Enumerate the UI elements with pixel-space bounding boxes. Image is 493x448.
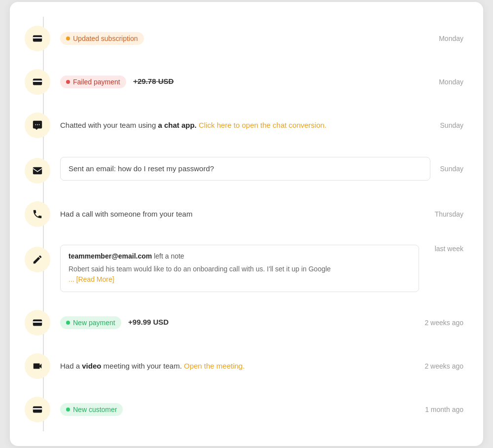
pencil-svg — [32, 254, 43, 265]
chat-content: Chatted with your team using a chat app.… — [60, 112, 463, 138]
chat-svg — [32, 120, 43, 131]
video-link[interactable]: Open the meeting. — [184, 362, 245, 370]
timeline-item-chat: Chatted with your team using a chat app.… — [25, 104, 463, 147]
timeline-item-video-meeting: Had a video meeting with your team. Open… — [25, 344, 463, 388]
timeline: Updated subscription Monday Failed payme… — [25, 17, 463, 431]
green-dot-customer — [66, 408, 70, 411]
new-payment-content: New payment +99.99 USD 2 weeks ago — [60, 310, 463, 336]
updated-subscription-body: Updated subscription — [60, 32, 429, 45]
new-customer-badge: New customer — [60, 403, 123, 416]
chat-time: Sunday — [440, 121, 463, 129]
chat-app-bold: a chat app. — [158, 121, 196, 129]
phone-icon — [25, 201, 50, 227]
video-icon — [25, 353, 50, 379]
new-payment-amount: +99.99 USD — [128, 318, 169, 326]
svg-point-4 — [35, 124, 36, 125]
video-content: Had a video meeting with your team. Open… — [60, 353, 463, 379]
note-text: Robert said his team would like to do an… — [69, 265, 331, 273]
note-author: teammember@email.com — [69, 252, 152, 260]
card-svg-2 — [32, 76, 43, 87]
timeline-item-call: Had a call with someone from your team T… — [25, 192, 463, 236]
card-svg — [32, 33, 43, 44]
email-time: Sunday — [440, 165, 463, 173]
new-customer-content: New customer 1 month ago — [60, 397, 463, 422]
svg-rect-11 — [33, 408, 42, 410]
timeline-item-new-customer: New customer 1 month ago — [25, 388, 463, 431]
failed-payment-label: Failed payment — [73, 78, 120, 86]
email-content: Sent an email: how do I reset my passwor… — [60, 156, 463, 182]
failed-payment-amount: +29.78 USD — [133, 77, 174, 85]
video-time: 2 weeks ago — [424, 362, 463, 370]
failed-payment-body: Failed payment +29.78 USD — [60, 75, 429, 88]
green-dot-payment — [66, 321, 70, 325]
timeline-item-failed-payment: Failed payment +29.78 USD Monday — [25, 60, 463, 104]
card-svg-3 — [32, 317, 43, 328]
card-icon-new-payment — [25, 310, 50, 336]
note-wrapper: teammember@email.com left a note Robert … — [60, 245, 463, 292]
updated-subscription-content: Updated subscription Monday — [60, 26, 463, 51]
new-payment-badge: New payment — [60, 316, 121, 329]
email-svg — [32, 165, 43, 176]
svg-rect-3 — [33, 80, 42, 82]
video-text: Had a video meeting with your team. Open… — [60, 362, 245, 370]
call-time: Thursday — [435, 210, 463, 218]
note-action: left a note — [152, 252, 184, 260]
new-payment-label: New payment — [73, 319, 115, 327]
new-payment-time: 2 weeks ago — [424, 319, 463, 327]
video-body: Had a video meeting with your team. Open… — [60, 362, 415, 371]
orange-dot — [66, 37, 70, 40]
new-customer-body: New customer — [60, 403, 415, 416]
call-content: Had a call with someone from your team T… — [60, 201, 463, 227]
email-icon — [25, 158, 50, 184]
timeline-item-email: Sent an email: how do I reset my passwor… — [25, 147, 463, 192]
note-header: teammember@email.com left a note — [69, 252, 411, 260]
chat-link[interactable]: Click here to open the chat conversion. — [199, 121, 326, 129]
read-more-link[interactable]: ... [Read More] — [69, 275, 114, 283]
card-icon-updated-subscription — [25, 26, 50, 51]
red-dot — [66, 80, 70, 84]
video-bold: video — [82, 362, 101, 370]
note-body: Robert said his team would like to do an… — [69, 264, 411, 285]
note-time: last week — [435, 245, 463, 253]
svg-rect-9 — [33, 321, 42, 323]
new-customer-label: New customer — [73, 406, 117, 413]
pencil-icon — [25, 247, 50, 272]
failed-payment-content: Failed payment +29.78 USD Monday — [60, 69, 463, 95]
card-icon-failed-payment — [25, 69, 50, 95]
new-payment-body: New payment +99.99 USD — [60, 316, 415, 329]
svg-point-5 — [37, 124, 38, 125]
failed-payment-time: Monday — [439, 78, 463, 86]
failed-payment-badge: Failed payment — [60, 75, 126, 88]
svg-rect-7 — [33, 167, 42, 175]
svg-point-6 — [39, 124, 40, 125]
updated-subscription-time: Monday — [439, 35, 463, 42]
timeline-item-note: teammember@email.com left a note Robert … — [25, 236, 463, 301]
card-icon-new-customer — [25, 397, 50, 422]
phone-svg — [32, 209, 43, 220]
chat-icon — [25, 112, 50, 138]
chat-body: Chatted with your team using a chat app.… — [60, 121, 430, 130]
new-customer-time: 1 month ago — [425, 406, 463, 413]
card-svg-4 — [32, 404, 43, 415]
note-content: teammember@email.com left a note Robert … — [60, 245, 463, 292]
note-box: teammember@email.com left a note Robert … — [60, 245, 419, 292]
timeline-item-new-payment: New payment +99.99 USD 2 weeks ago — [25, 301, 463, 344]
call-text: Had a call with someone from your team — [60, 210, 192, 218]
updated-subscription-badge: Updated subscription — [60, 32, 144, 45]
video-svg — [32, 361, 43, 372]
updated-subscription-label: Updated subscription — [73, 35, 138, 42]
timeline-card: Updated subscription Monday Failed payme… — [10, 2, 483, 446]
timeline-item-updated-subscription: Updated subscription Monday — [25, 17, 463, 60]
email-box: Sent an email: how do I reset my passwor… — [60, 157, 430, 181]
chat-text: Chatted with your team using a chat app.… — [60, 121, 326, 129]
call-body: Had a call with someone from your team — [60, 210, 425, 219]
svg-rect-1 — [33, 37, 42, 38]
email-text: Sent an email: how do I reset my passwor… — [69, 164, 214, 173]
